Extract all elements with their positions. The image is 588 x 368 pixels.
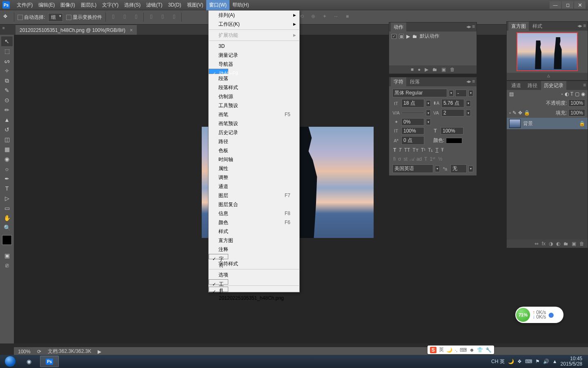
menu-item[interactable]: 注释 (209, 245, 299, 254)
stamp-tool[interactable]: ▲ (1, 115, 13, 125)
gradient-tool[interactable]: ▦ (1, 144, 13, 154)
menu-item[interactable]: 3D (209, 42, 299, 51)
filter-icon-4[interactable]: ▢ (575, 91, 579, 97)
menu-file[interactable]: 文件(F) (14, 0, 36, 10)
screenmode-tool[interactable]: ⎚ (1, 260, 13, 270)
channels-tab[interactable]: 通道 (508, 81, 524, 90)
menu-item[interactable]: 1 20120225105351_h48Ch.png (209, 287, 228, 292)
filter-icon-5[interactable]: ◉ (581, 91, 585, 97)
menu-image[interactable]: 图像(I) (58, 0, 78, 10)
3d-btn-5[interactable]: ■ (343, 13, 352, 21)
menu-item[interactable]: 样式 (209, 227, 299, 236)
hscale-field[interactable]: 100% (441, 127, 463, 135)
menu-item[interactable]: 图层F7 (209, 191, 299, 200)
menu-item[interactable]: 时间轴 (209, 155, 299, 164)
crop-tool[interactable]: ⧉ (1, 76, 13, 85)
track-dd-icon[interactable]: ▾ (466, 110, 471, 116)
tracking-field[interactable]: 2 (441, 109, 464, 117)
new-layer-icon[interactable]: ▣ (572, 241, 576, 247)
kern-dd-icon[interactable]: ▾ (426, 110, 431, 116)
zoom-tool[interactable]: 🔍 (1, 223, 13, 233)
color-swatch[interactable] (2, 235, 12, 245)
history-brush-tool[interactable]: ↺ (1, 125, 13, 135)
ime-moon-icon[interactable]: 🌙 (446, 347, 452, 353)
ime-tool-icon[interactable]: 🔧 (486, 347, 492, 353)
menu-edit[interactable]: 编辑(E) (36, 0, 58, 10)
opentype-swash[interactable]: 𝒜 (410, 156, 414, 162)
opentype-1st[interactable]: 1ˢᵗ (430, 156, 436, 162)
subscript-button[interactable]: T₁ (428, 147, 433, 153)
zoom-level[interactable]: 100% (18, 349, 31, 355)
kerning-pct[interactable]: 0% (401, 118, 424, 126)
stop-icon[interactable]: ■ (411, 67, 414, 72)
document-tab[interactable]: 20120225105351_h48Ch.png @ 100%(RGB/8#) … (16, 25, 137, 35)
align-btn-1[interactable]: ▯ (109, 13, 117, 21)
record-icon[interactable]: ● (418, 67, 421, 72)
paths-tab[interactable]: 路径 (525, 81, 540, 90)
menu-view[interactable]: 视图(V) (184, 0, 206, 10)
align-btn-2[interactable]: ▯ (120, 13, 129, 21)
tray-icon-6[interactable]: ▲ (552, 359, 557, 364)
group-icon[interactable]: 🖿 (564, 241, 568, 247)
tray-icon-5[interactable]: 🔊 (543, 359, 549, 364)
actions-default-set[interactable]: ✓ ▦ ▶ 🖿 默认动作 (389, 31, 477, 41)
menu-item[interactable]: 测量记录 (209, 51, 299, 60)
menu-help[interactable]: 帮助(H) (229, 0, 252, 10)
menu-item[interactable]: 属性 (209, 164, 299, 173)
mask-icon[interactable]: ◑ (549, 241, 553, 247)
menu-item[interactable]: 色板 (209, 146, 299, 155)
clock[interactable]: 10:45 2015/5/28 (561, 356, 582, 367)
tray-icon-3[interactable]: ⌨ (525, 359, 532, 364)
menu-item[interactable]: 选项 (209, 270, 299, 279)
wand-tool[interactable]: ✧ (1, 66, 13, 76)
3d-btn-4[interactable]: ↔ (332, 13, 340, 21)
character-tab[interactable]: 字符 (391, 77, 406, 87)
link-layers-icon[interactable]: ⇔ (535, 241, 539, 247)
ime-toolbar[interactable]: S 英 🌙 ·, ⌨ ☻ 👕 🔧 (428, 346, 494, 354)
menu-item[interactable]: 段落 (209, 74, 299, 83)
lock-icon-2[interactable]: ✎ (512, 110, 517, 116)
size-dd-icon[interactable]: ▾ (426, 100, 431, 107)
type-tool[interactable]: T (1, 184, 13, 193)
menu-type[interactable]: 文字(Y) (99, 0, 121, 10)
lang-dd-icon[interactable]: ▾ (435, 166, 440, 172)
font-dd-icon[interactable]: ▾ (449, 90, 454, 96)
smallcaps-button[interactable]: Tᴛ (412, 147, 418, 153)
opacity-field[interactable]: 100% (568, 99, 585, 107)
opentype-t[interactable]: T (424, 156, 427, 162)
tray-icon-4[interactable]: ⚑ (535, 359, 540, 364)
ime-keyboard-icon[interactable]: ⌨ (460, 347, 467, 353)
action-dialog-icon[interactable]: ▦ (399, 34, 404, 39)
menu-window[interactable]: 窗口(W) (206, 0, 229, 10)
menu-3d[interactable]: 3D(D) (165, 0, 184, 9)
leading-dd-icon[interactable]: ▾ (466, 100, 471, 107)
allcaps-button[interactable]: TT (404, 147, 410, 153)
menu-item[interactable]: 颜色F6 (209, 218, 299, 227)
menu-layer[interactable]: 图层(L) (78, 0, 100, 10)
superscript-button[interactable]: T¹ (421, 147, 425, 153)
pen-tool[interactable]: ✒ (1, 174, 13, 184)
auto-select-checkbox[interactable]: 自动选择: (18, 14, 45, 21)
menu-item[interactable]: 排列(A) (209, 11, 299, 20)
menu-item[interactable]: 动作Alt+F9 (209, 69, 228, 74)
filter-icon-2[interactable]: ◐ (565, 91, 569, 97)
menu-item[interactable]: 画笔预设 (209, 119, 299, 128)
menu-item[interactable]: 工具 (209, 279, 228, 285)
panel-menu-icon[interactable]: ≡ (583, 82, 586, 88)
layer-row-background[interactable]: 背景 🔒 (507, 118, 588, 129)
lock-icon-3[interactable]: ✥ (518, 110, 522, 116)
panel-menu-icon[interactable]: ≡ (472, 24, 475, 29)
language-dropdown[interactable]: 美国英语 (392, 164, 433, 173)
font-family-dropdown[interactable]: 黑体 Regular (392, 89, 447, 97)
paragraph-tab[interactable]: 段落 (407, 77, 423, 87)
vscale-field[interactable]: 100% (401, 127, 424, 135)
align-btn-6[interactable]: ▯ (170, 13, 178, 21)
eyedropper-tool[interactable]: ✎ (1, 85, 13, 95)
menu-item[interactable]: 画笔F5 (209, 110, 299, 119)
menu-item[interactable]: 历史记录 (209, 128, 299, 137)
aa-dd-icon[interactable]: ▾ (468, 166, 473, 172)
lasso-tool[interactable]: ᔕ (1, 56, 13, 66)
panel-collapse-icon[interactable]: ◂▸ (577, 23, 582, 29)
3d-btn-2[interactable]: ⊕ (309, 13, 317, 21)
opentype-st[interactable]: st (403, 156, 407, 162)
